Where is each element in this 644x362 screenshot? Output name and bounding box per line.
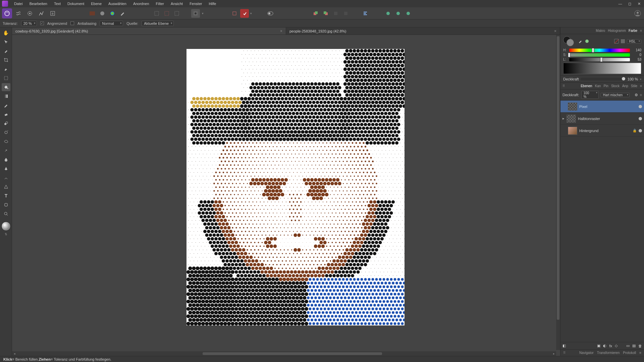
- smudge-tool[interactable]: [2, 174, 10, 182]
- snap-circle-icon[interactable]: [394, 9, 402, 18]
- swatch-picker-icon[interactable]: [118, 9, 127, 18]
- erase-tool[interactable]: [2, 110, 10, 118]
- visibility-icon[interactable]: [639, 117, 642, 120]
- dodge-tool[interactable]: [2, 128, 10, 136]
- layer-name[interactable]: Hintergrund: [579, 129, 631, 133]
- layer-thumbnail[interactable]: [568, 103, 577, 111]
- swatch-swap-icon[interactable]: ⇅: [5, 233, 7, 236]
- tab-stock[interactable]: Stock: [611, 84, 620, 88]
- snap-circle-icon[interactable]: [404, 9, 413, 18]
- horizontal-scrollbar[interactable]: ◂▸: [12, 351, 556, 356]
- artboard[interactable]: [186, 49, 405, 325]
- menu-hilfe[interactable]: Hilfe: [205, 1, 219, 7]
- visibility-icon[interactable]: [639, 105, 642, 108]
- color-swatch[interactable]: [1, 222, 11, 231]
- tab-farbe[interactable]: Farbe: [629, 29, 637, 33]
- layer-name[interactable]: Halbtonraster: [578, 117, 637, 121]
- crop-info-icon[interactable]: [230, 9, 239, 18]
- source-select[interactable]: Aktuelle Ebene: [142, 21, 174, 26]
- live-filter-icon[interactable]: ◇: [615, 344, 618, 348]
- selection-new-icon[interactable]: [152, 9, 161, 18]
- tab-histogramm[interactable]: Histogramm: [608, 29, 626, 33]
- zoom-tool[interactable]: [2, 210, 10, 218]
- paint-brush-tool[interactable]: [2, 101, 10, 109]
- color-mode-select[interactable]: HSL: [627, 39, 641, 44]
- persona-tone-button[interactable]: [36, 8, 46, 18]
- flood-fill-tool[interactable]: [2, 83, 10, 91]
- document-tab[interactable]: people-2583848_1920.jpg (42.8%)×: [286, 27, 560, 35]
- menu-text[interactable]: Text: [51, 1, 64, 7]
- selection-brush-tool[interactable]: [2, 65, 10, 73]
- align-icon[interactable]: [361, 9, 370, 18]
- gear-icon[interactable]: ⚙: [635, 93, 638, 97]
- menu-anordnen[interactable]: Anordnen: [130, 1, 153, 7]
- mesh-tool[interactable]: [2, 201, 10, 209]
- persona-export-button[interactable]: [48, 8, 58, 18]
- panel-menu-icon[interactable]: ≡: [640, 84, 642, 88]
- close-button[interactable]: ✕: [636, 2, 642, 6]
- blur-tool[interactable]: [2, 156, 10, 164]
- sat-slider[interactable]: [569, 53, 630, 57]
- tab-transformieren[interactable]: Transformieren: [597, 351, 620, 355]
- menu-datei[interactable]: Datei: [11, 1, 26, 7]
- marquee-tool[interactable]: [2, 74, 10, 82]
- hue-value[interactable]: 140: [632, 48, 641, 52]
- menu-auswählen[interactable]: Auswählen: [105, 1, 130, 7]
- layer-row[interactable]: ▸Halbtonraster: [560, 113, 644, 125]
- clone-tool[interactable]: [2, 119, 10, 127]
- swatch-round-icon[interactable]: [98, 9, 107, 18]
- tab-stile[interactable]: Stile: [631, 84, 637, 88]
- eyedropper-icon[interactable]: [577, 38, 583, 44]
- recent-color-chip[interactable]: [585, 40, 589, 43]
- gradient-preview[interactable]: [563, 63, 641, 74]
- layer-name[interactable]: Pixel: [579, 105, 637, 109]
- opacity-value[interactable]: 100 %: [628, 77, 638, 81]
- move-tool[interactable]: [2, 38, 10, 46]
- colour-picker-tool[interactable]: [2, 47, 10, 55]
- lig-value[interactable]: 53: [632, 58, 641, 61]
- swatch-color-icon[interactable]: [108, 9, 117, 18]
- tab-navigator[interactable]: Navigator: [579, 351, 594, 355]
- menu-bearbeiten[interactable]: Bearbeiten: [26, 1, 51, 7]
- canvas-area[interactable]: ◂▸: [12, 35, 560, 356]
- tab-makro[interactable]: Makro: [596, 29, 605, 33]
- quick-mask-button[interactable]: [191, 9, 200, 18]
- healing-tool[interactable]: [2, 146, 10, 155]
- panel-menu-icon[interactable]: ≡: [640, 93, 642, 97]
- crop-tool[interactable]: [2, 56, 10, 64]
- close-tab-icon[interactable]: ×: [280, 29, 282, 34]
- tolerance-select[interactable]: 20 %: [21, 21, 37, 26]
- persona-liquify-button[interactable]: [13, 8, 23, 18]
- selection-sub-icon[interactable]: [162, 9, 171, 18]
- panel-drag-icon[interactable]: ⠿: [562, 84, 565, 88]
- menu-ansicht[interactable]: Ansicht: [167, 1, 186, 7]
- adjustment-icon[interactable]: ◐: [603, 344, 606, 348]
- panel-menu-icon[interactable]: ≡: [640, 29, 642, 33]
- text-tool[interactable]: [2, 192, 10, 200]
- layer-opacity-select[interactable]: 100 %: [581, 91, 599, 99]
- shape-tool[interactable]: [2, 183, 10, 191]
- layer-tag-icon[interactable]: ◧: [562, 344, 566, 348]
- blend-select[interactable]: Normal: [100, 21, 123, 26]
- inpaint-tool[interactable]: [2, 137, 10, 145]
- persona-develop-button[interactable]: [25, 8, 35, 18]
- layer-blend-select[interactable]: Hart mischen: [601, 93, 630, 97]
- color-mode-chip[interactable]: [621, 39, 625, 43]
- minimize-button[interactable]: —: [617, 2, 623, 6]
- tab-protokoll[interactable]: Protokoll: [623, 351, 636, 355]
- selection-add-icon[interactable]: [172, 9, 181, 18]
- antialias-checkbox[interactable]: [70, 21, 74, 25]
- arrange-back-icon[interactable]: [311, 9, 320, 18]
- pen-tool[interactable]: [2, 165, 10, 173]
- tab-pinsel[interactable]: Pin: [603, 84, 608, 88]
- no-color-icon[interactable]: [614, 39, 619, 44]
- arrange-front-icon[interactable]: [321, 9, 330, 18]
- menu-filter[interactable]: Filter: [153, 1, 167, 7]
- toggle-ui-icon[interactable]: [266, 9, 275, 18]
- group-icon[interactable]: ▭: [626, 344, 630, 348]
- tab-kanaele[interactable]: Kan: [595, 84, 601, 88]
- swatch-fill-icon[interactable]: [88, 9, 97, 18]
- menu-dokument[interactable]: Dokument: [64, 1, 88, 7]
- view-tool[interactable]: ✋: [2, 29, 10, 37]
- gradient-tool[interactable]: [2, 92, 10, 100]
